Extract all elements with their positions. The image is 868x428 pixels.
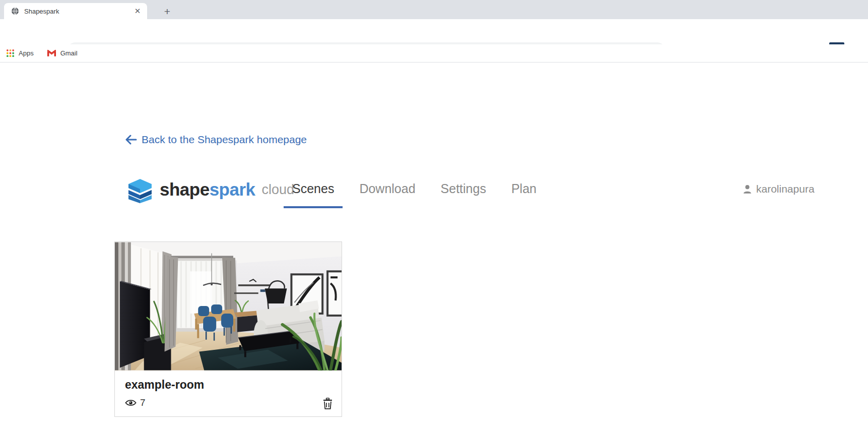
scene-views: 7 xyxy=(125,397,331,408)
browser-toolbar: cloud.shapespark.com NEW xyxy=(0,19,868,44)
eye-icon xyxy=(125,399,137,407)
shapespark-logo-icon xyxy=(126,176,154,203)
trash-icon[interactable] xyxy=(323,398,332,409)
tab-title: Shapespark xyxy=(24,8,133,15)
logo-wordmark: shapespark xyxy=(160,179,255,200)
apps-grid-icon xyxy=(6,49,15,57)
bookmark-apps[interactable]: Apps xyxy=(6,49,34,57)
tab-settings[interactable]: Settings xyxy=(432,181,495,208)
tab-scenes[interactable]: Scenes xyxy=(284,181,343,208)
main-nav-tabs: Scenes Download Settings Plan xyxy=(284,181,545,208)
back-arrow-icon xyxy=(125,135,137,145)
globe-icon xyxy=(11,7,19,15)
back-link-label: Back to the Shapespark homepage xyxy=(142,134,307,146)
bookmarks-bar: Apps Gmail xyxy=(0,44,868,63)
person-icon xyxy=(742,184,753,195)
user-menu[interactable]: karolinapura xyxy=(742,183,815,195)
scene-thumbnail[interactable] xyxy=(115,242,342,371)
tab-close-icon[interactable]: ✕ xyxy=(133,7,142,16)
tab-download[interactable]: Download xyxy=(351,181,424,208)
gmail-icon xyxy=(47,49,56,57)
user-name: karolinapura xyxy=(756,183,815,195)
back-to-homepage-link[interactable]: Back to the Shapespark homepage xyxy=(125,134,307,146)
page-content: Back to the Shapespark homepage shapespa… xyxy=(0,63,868,428)
scene-card: example-room 7 xyxy=(114,241,342,417)
bookmark-apps-label: Apps xyxy=(19,49,34,57)
new-tab-button[interactable]: + xyxy=(160,5,174,19)
tab-plan[interactable]: Plan xyxy=(503,181,545,208)
views-count: 7 xyxy=(140,397,146,408)
scene-title: example-room xyxy=(125,378,331,392)
bookmark-gmail[interactable]: Gmail xyxy=(47,49,78,57)
logo-word-shape: shape xyxy=(160,179,210,199)
logo-word-spark: spark xyxy=(210,179,255,199)
bookmark-gmail-label: Gmail xyxy=(60,49,78,57)
shapespark-logo[interactable]: shapespark cloud xyxy=(126,176,294,203)
browser-tab-strip: Shapespark ✕ + xyxy=(0,0,868,19)
browser-tab[interactable]: Shapespark ✕ xyxy=(4,3,147,19)
